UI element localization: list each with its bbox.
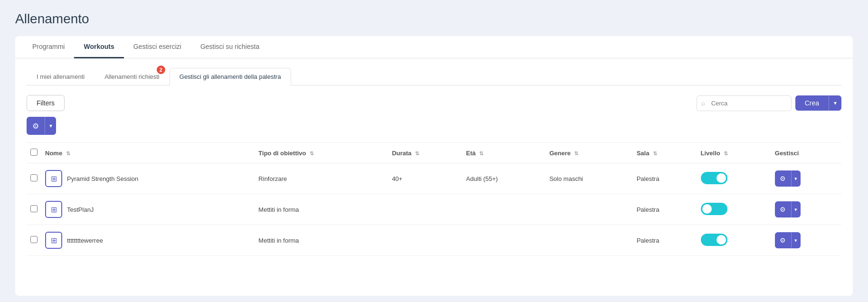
row-gestisci-1: ⚙ ▾ xyxy=(771,194,841,225)
crea-button[interactable]: Crea xyxy=(795,95,829,111)
row-dropdown-button-2[interactable]: ▾ xyxy=(791,232,801,248)
row-sala-0: Palestra xyxy=(633,163,697,194)
row-livello-2[interactable] xyxy=(697,225,771,256)
col-nome-label: Nome xyxy=(45,150,62,157)
row-eta-1 xyxy=(462,194,546,225)
toggle-switch-2[interactable] xyxy=(701,234,727,246)
row-genere-0: Solo maschi xyxy=(546,163,633,194)
toggle-slider-2 xyxy=(701,234,727,246)
sort-durata-icon[interactable]: ⇅ xyxy=(415,151,419,157)
sub-tab-miei[interactable]: I miei allenamenti xyxy=(27,68,94,85)
main-tabs-bar: Programmi Workouts Gestisci esercizi Ges… xyxy=(15,36,853,58)
gear-icon-row-2: ⚙ xyxy=(780,236,786,244)
row-settings-button-1[interactable]: ⚙ xyxy=(775,201,791,217)
col-genere-label: Genere xyxy=(549,150,571,157)
toggle-switch-0[interactable] xyxy=(701,172,727,184)
crea-dropdown-button[interactable]: ▾ xyxy=(829,95,841,111)
gear-icon-row-1: ⚙ xyxy=(780,206,786,213)
row-gestisci-2: ⚙ ▾ xyxy=(771,225,841,256)
row-sala-1: Palestra xyxy=(633,194,697,225)
gear-icon-row-0: ⚙ xyxy=(780,175,786,182)
row-nome-1: ⊞ TestPlanJ xyxy=(41,194,255,225)
chevron-down-icon-row-0: ▾ xyxy=(794,176,797,182)
col-durata: Durata ⇅ xyxy=(388,143,462,163)
row-tipo-0: Rinforzare xyxy=(255,163,388,194)
settings-dropdown-button[interactable]: ▾ xyxy=(45,117,56,135)
row-checkbox-cell-2 xyxy=(27,225,41,256)
col-durata-label: Durata xyxy=(392,150,411,157)
sub-tab-richiesti[interactable]: Allenamenti richiesti 2 xyxy=(94,68,170,85)
sort-livello-icon[interactable]: ⇅ xyxy=(724,151,728,157)
sort-genere-icon[interactable]: ⇅ xyxy=(574,151,578,157)
page-title: Allenamento xyxy=(15,11,853,27)
chevron-down-icon-row-1: ▾ xyxy=(794,207,797,213)
settings-button[interactable]: ⚙ xyxy=(27,117,45,135)
row-nome-0: ⊞ Pyramid Strength Session xyxy=(41,163,255,194)
tab-gestisci-su-richiesta[interactable]: Gestisci su richiesta xyxy=(191,36,269,58)
toolbar-right: ⌕ Crea ▾ xyxy=(697,95,841,111)
row-durata-0: 40+ xyxy=(388,163,462,194)
row-durata-1 xyxy=(388,194,462,225)
row-nome-text-0: Pyramid Strength Session xyxy=(67,175,138,182)
settings-button-group: ⚙ ▾ xyxy=(27,117,841,135)
filters-button[interactable]: Filters xyxy=(27,95,65,111)
sub-tab-richiesti-label: Allenamenti richiesti xyxy=(104,73,160,80)
chevron-down-icon-row-2: ▾ xyxy=(794,237,797,244)
tab-workouts[interactable]: Workouts xyxy=(74,36,123,58)
row-checkbox-1[interactable] xyxy=(30,205,38,212)
sort-nome-icon[interactable]: ⇅ xyxy=(66,151,70,157)
content-area: I miei allenamenti Allenamenti richiesti… xyxy=(15,58,853,296)
tab-programmi[interactable]: Programmi xyxy=(23,36,74,58)
toggle-switch-1[interactable] xyxy=(701,203,727,215)
sort-sala-icon[interactable]: ⇅ xyxy=(653,151,657,157)
crea-button-group: Crea ▾ xyxy=(795,95,841,111)
row-genere-1 xyxy=(546,194,633,225)
row-nome-text-2: ttttttttewerree xyxy=(67,237,103,244)
workouts-table: Nome ⇅ Tipo di obiettivo ⇅ Durata ⇅ Età … xyxy=(27,142,841,256)
row-checkbox-cell-0 xyxy=(27,163,41,194)
row-livello-0[interactable] xyxy=(697,163,771,194)
search-input[interactable] xyxy=(697,95,792,111)
row-settings-button-0[interactable]: ⚙ xyxy=(775,170,791,187)
gear-icon: ⚙ xyxy=(32,122,39,131)
col-livello-label: Livello xyxy=(701,150,720,157)
row-checkbox-cell-1 xyxy=(27,194,41,225)
row-livello-1[interactable] xyxy=(697,194,771,225)
toolbar-left: Filters xyxy=(27,95,65,111)
sub-tab-palestra[interactable]: Gestisci gli allenamenti della palestra xyxy=(170,68,291,85)
col-tipo: Tipo di obiettivo ⇅ xyxy=(255,143,388,163)
col-genere: Genere ⇅ xyxy=(546,143,633,163)
row-settings-button-2[interactable]: ⚙ xyxy=(775,232,791,248)
row-genere-2 xyxy=(546,225,633,256)
row-checkbox-2[interactable] xyxy=(30,236,38,243)
row-sala-2: Palestra xyxy=(633,225,697,256)
sub-tabs-bar: I miei allenamenti Allenamenti richiesti… xyxy=(27,68,841,85)
row-dropdown-button-0[interactable]: ▾ xyxy=(791,170,801,187)
select-all-checkbox[interactable] xyxy=(30,149,38,156)
col-livello: Livello ⇅ xyxy=(697,143,771,163)
col-tipo-label: Tipo di obiettivo xyxy=(258,150,306,157)
toggle-slider-0 xyxy=(701,172,727,184)
row-dropdown-button-1[interactable]: ▾ xyxy=(791,201,801,217)
chevron-down-icon: ▾ xyxy=(834,100,837,106)
sort-eta-icon[interactable]: ⇅ xyxy=(479,151,483,157)
chevron-down-icon-settings: ▾ xyxy=(49,123,52,129)
col-nome: Nome ⇅ xyxy=(41,143,255,163)
tab-gestisci-esercizi[interactable]: Gestisci esercizi xyxy=(124,36,191,58)
sort-tipo-icon[interactable]: ⇅ xyxy=(310,151,314,157)
search-icon: ⌕ xyxy=(701,99,705,107)
row-tipo-1: Mettiti in forma xyxy=(255,194,388,225)
col-gestisci: Gestisci xyxy=(771,143,841,163)
row-eta-2 xyxy=(462,225,546,256)
col-sala: Sala ⇅ xyxy=(633,143,697,163)
table-row: ⊞ ttttttttewerree Mettiti in forma Pales… xyxy=(27,225,841,256)
col-checkbox xyxy=(27,143,41,163)
toolbar: Filters ⌕ Crea ▾ xyxy=(27,95,841,111)
row-checkbox-0[interactable] xyxy=(30,174,38,181)
row-nome-text-1: TestPlanJ xyxy=(67,206,94,213)
col-eta-label: Età xyxy=(466,150,476,157)
toggle-slider-1 xyxy=(701,203,727,215)
row-gestisci-0: ⚙ ▾ xyxy=(771,163,841,194)
badge-richiesti: 2 xyxy=(157,66,165,74)
table-row: ⊞ Pyramid Strength Session Rinforzare 40… xyxy=(27,163,841,194)
